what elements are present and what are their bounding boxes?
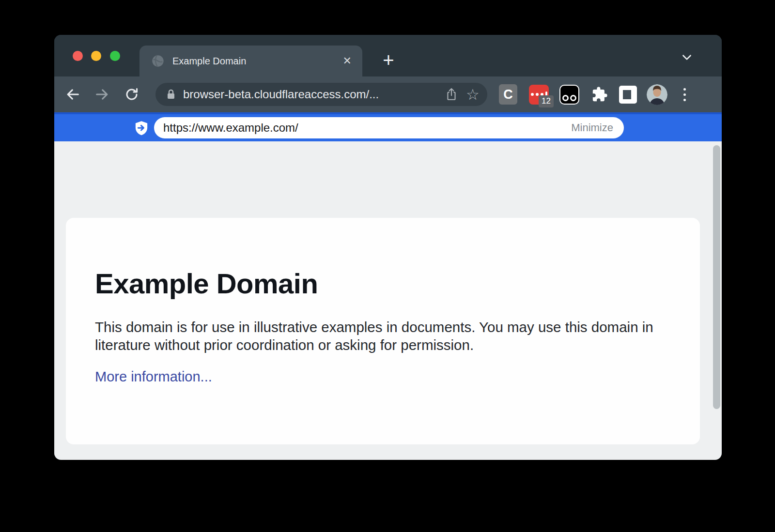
more-information-link[interactable]: More information... bbox=[95, 369, 212, 385]
tab-close-icon[interactable]: ✕ bbox=[343, 56, 352, 66]
extensions-puzzle-icon[interactable] bbox=[589, 84, 610, 105]
scrollbar-thumb[interactable] bbox=[713, 145, 720, 409]
isolation-url-value: https://www.example.com/ bbox=[163, 121, 571, 135]
extension-badge-count: 12 bbox=[539, 95, 554, 107]
profile-avatar[interactable] bbox=[647, 84, 667, 105]
example-domain-card: Example Domain This domain is for use in… bbox=[66, 218, 700, 444]
globe-favicon-icon bbox=[151, 54, 165, 68]
side-panel-icon[interactable] bbox=[619, 86, 637, 104]
address-bar-url: browser-beta.cloudflareaccess.com/... bbox=[183, 88, 441, 101]
browser-tab[interactable]: Example Domain ✕ bbox=[140, 46, 362, 76]
macos-minimize-button[interactable] bbox=[91, 51, 101, 61]
shield-arrow-icon bbox=[134, 121, 149, 137]
lock-icon bbox=[166, 89, 176, 100]
page-title: Example Domain bbox=[95, 267, 671, 300]
bookmark-star-icon[interactable]: ☆ bbox=[462, 84, 483, 105]
page-viewport: Example Domain This domain is for use in… bbox=[54, 141, 722, 460]
extension-c-icon[interactable]: C bbox=[499, 84, 517, 105]
isolation-url-bar: https://www.example.com/ Minimize bbox=[54, 112, 722, 141]
browser-window: Example Domain ✕ + browser-beta.clou bbox=[54, 35, 722, 460]
new-tab-button[interactable]: + bbox=[375, 46, 402, 74]
tab-search-chevron-icon[interactable] bbox=[677, 47, 697, 67]
side-panel-hole bbox=[623, 90, 631, 99]
navigation-toolbar: browser-beta.cloudflareaccess.com/... ☆ … bbox=[54, 76, 722, 112]
minimize-button[interactable]: Minimize bbox=[571, 122, 613, 134]
lens-right-icon bbox=[570, 95, 576, 101]
tab-title: Example Domain bbox=[172, 56, 343, 67]
extension-camera-icon[interactable] bbox=[559, 85, 579, 105]
tab-strip: Example Domain ✕ + bbox=[54, 35, 722, 76]
lens-left-icon bbox=[562, 95, 569, 101]
share-icon[interactable] bbox=[441, 84, 462, 105]
address-bar[interactable]: browser-beta.cloudflareaccess.com/... ☆ bbox=[155, 83, 487, 106]
forward-button[interactable] bbox=[92, 84, 113, 105]
macos-zoom-button[interactable] bbox=[110, 51, 120, 61]
isolation-url-input[interactable]: https://www.example.com/ Minimize bbox=[154, 117, 624, 138]
macos-close-button[interactable] bbox=[73, 51, 83, 61]
back-button[interactable] bbox=[62, 84, 83, 105]
extension-password-manager-icon[interactable]: 12 bbox=[529, 85, 549, 105]
reload-button[interactable] bbox=[121, 84, 142, 105]
page-body-text: This domain is for use in illustrative e… bbox=[95, 318, 657, 354]
kebab-menu-icon[interactable] bbox=[677, 84, 692, 105]
